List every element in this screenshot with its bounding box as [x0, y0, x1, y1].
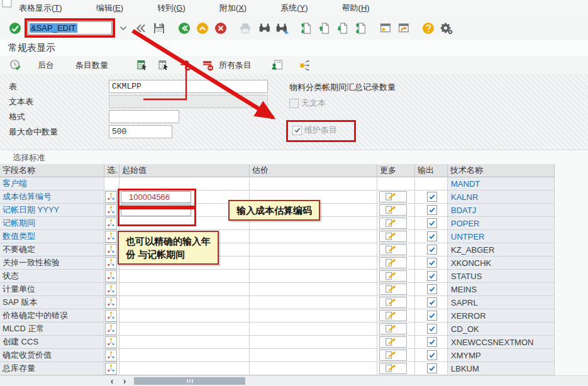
- menu-item-2[interactable]: 编辑(E): [95, 1, 125, 15]
- multi-select-button[interactable]: [105, 310, 117, 322]
- start-value-cell: [119, 270, 250, 283]
- multi-select-button[interactable]: [105, 218, 117, 229]
- more-cell: [377, 336, 415, 349]
- menu-item-3[interactable]: 转到(G): [156, 1, 187, 15]
- output-checkbox[interactable]: [427, 231, 437, 241]
- deselect-all-button[interactable]: [201, 58, 215, 72]
- menu-item-6[interactable]: 帮助(H): [341, 1, 371, 15]
- scroll-right-button[interactable]: ›: [119, 377, 130, 385]
- output-checkbox[interactable]: [427, 245, 437, 255]
- multi-select-button[interactable]: [105, 270, 117, 282]
- field-name-cell: 计量单位: [0, 283, 104, 296]
- start-value-input[interactable]: 100004566: [121, 191, 191, 203]
- output-checkbox[interactable]: [427, 297, 437, 307]
- find-next-icon[interactable]: [275, 21, 289, 35]
- menu-item-5[interactable]: 系统(Y): [279, 1, 309, 15]
- max-hits-input[interactable]: 500: [109, 125, 172, 138]
- page-first-icon[interactable]: [299, 21, 313, 35]
- output-checkbox[interactable]: [427, 192, 437, 202]
- more-button[interactable]: [379, 363, 407, 374]
- select-option-cell: [104, 270, 119, 283]
- more-button[interactable]: [379, 297, 407, 308]
- more-button[interactable]: [379, 204, 407, 216]
- multi-select-button[interactable]: [105, 231, 117, 243]
- command-input[interactable]: &SAP_EDIT: [28, 21, 112, 35]
- field-name-cell: 状态: [0, 270, 104, 283]
- multi-select-button[interactable]: [105, 204, 117, 216]
- multi-select-button[interactable]: [105, 297, 117, 309]
- multi-select-button[interactable]: [105, 257, 117, 269]
- more-button[interactable]: [379, 350, 407, 361]
- more-button[interactable]: [379, 284, 407, 295]
- select-table-entries-button[interactable]: [136, 58, 150, 72]
- output-checkbox[interactable]: [427, 271, 437, 281]
- entry-count-button[interactable]: 条目数量: [75, 60, 108, 71]
- output-checkbox[interactable]: [427, 337, 437, 347]
- start-value-cell: [119, 362, 250, 375]
- back-icon[interactable]: [177, 21, 191, 35]
- output-checkbox[interactable]: [427, 350, 437, 360]
- more-cell: [377, 323, 415, 336]
- table-name-input[interactable]: CKMLPP: [109, 80, 268, 93]
- select-option-cell: [104, 362, 119, 375]
- shortcut-icon[interactable]: [397, 21, 411, 35]
- multi-select-button[interactable]: [105, 336, 117, 348]
- menu-item-1[interactable]: 表格显示(T): [18, 1, 64, 15]
- more-button[interactable]: [379, 336, 407, 348]
- print-icon[interactable]: [238, 21, 252, 35]
- save-icon[interactable]: [152, 21, 166, 35]
- multi-select-button[interactable]: [105, 323, 117, 335]
- exit-icon[interactable]: [196, 21, 209, 35]
- customize-icon[interactable]: [440, 21, 453, 35]
- column-header-6: 输出: [415, 164, 448, 177]
- menu-items: 表格显示(T)编辑(E)转到(G)附加(X)系统(Y)帮助(H): [18, 1, 402, 15]
- more-button[interactable]: [379, 257, 407, 268]
- output-checkbox[interactable]: [427, 324, 437, 334]
- cancel-icon[interactable]: [214, 21, 228, 35]
- more-button[interactable]: [379, 244, 407, 255]
- more-button[interactable]: [379, 231, 407, 242]
- enter-icon[interactable]: [8, 21, 22, 35]
- execute-button[interactable]: [9, 58, 23, 72]
- multi-select-button[interactable]: [105, 350, 117, 361]
- tech-name: CD_OK: [448, 323, 555, 336]
- field-name-cell: 数值类型: [0, 230, 104, 243]
- multi-select-button[interactable]: [105, 244, 117, 256]
- menu-item-4[interactable]: 附加(X): [218, 1, 248, 15]
- more-button[interactable]: [379, 191, 407, 202]
- more-button[interactable]: [379, 270, 407, 282]
- all-entries-button[interactable]: 所有条目: [219, 60, 252, 71]
- start-value-input[interactable]: [121, 204, 191, 216]
- checkbox-label: 维护条目: [304, 124, 337, 136]
- more-button[interactable]: [379, 218, 407, 229]
- more-button[interactable]: [379, 310, 407, 321]
- multi-select-button[interactable]: [105, 363, 117, 375]
- select-option-cell: [104, 309, 119, 323]
- multi-select-button[interactable]: [105, 284, 117, 295]
- new-session-icon[interactable]: [379, 21, 392, 35]
- page-down-icon[interactable]: [336, 21, 350, 35]
- output-checkbox[interactable]: [427, 284, 437, 294]
- output-checkbox[interactable]: [427, 258, 437, 268]
- multi-select-button[interactable]: [105, 191, 117, 203]
- select-fields-button[interactable]: [157, 58, 171, 72]
- distribute-button[interactable]: [298, 58, 312, 72]
- page-last-icon[interactable]: [354, 21, 368, 35]
- horizontal-scrollbar-thumb[interactable]: [134, 377, 245, 385]
- more-button[interactable]: [379, 323, 407, 334]
- help-icon[interactable]: [421, 21, 435, 35]
- collapse-icon[interactable]: [134, 21, 148, 35]
- output-checkbox[interactable]: [427, 311, 437, 321]
- deselect-block-button[interactable]: [179, 58, 192, 72]
- output-checkbox[interactable]: [427, 205, 437, 215]
- page-up-icon[interactable]: [318, 21, 331, 35]
- layout-input[interactable]: [109, 110, 179, 123]
- output-checkbox[interactable]: [427, 218, 437, 228]
- scroll-left-button[interactable]: ‹: [107, 377, 117, 385]
- field-name-cell: MLCD 正常: [0, 323, 104, 336]
- find-icon[interactable]: [258, 21, 272, 35]
- command-dropdown-icon[interactable]: [119, 24, 128, 33]
- output-checkbox[interactable]: [427, 363, 437, 373]
- background-button[interactable]: 后台: [38, 60, 54, 71]
- user-profile-button[interactable]: [270, 58, 284, 72]
